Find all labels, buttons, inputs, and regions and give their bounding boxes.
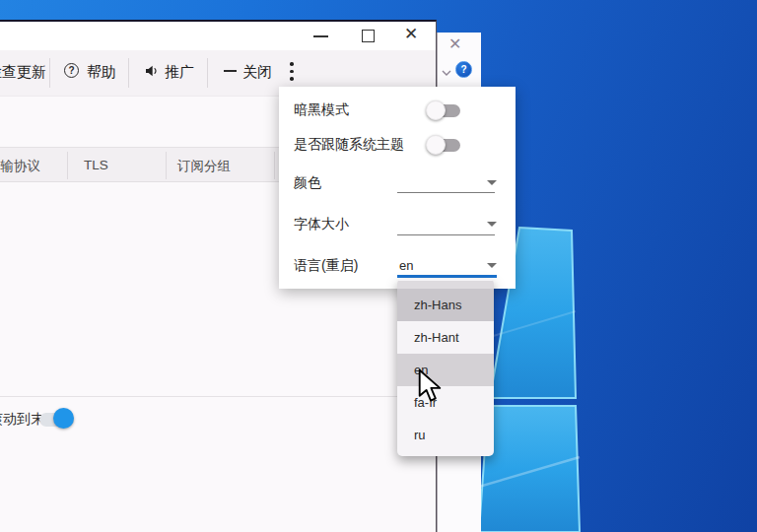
titlebar: ✕ — [0, 22, 436, 50]
dropdown-option-fa-ir[interactable]: fa-Ir — [397, 386, 494, 419]
follow-system-theme-label: 是否跟随系统主题 — [294, 136, 404, 154]
column-subscription-group[interactable]: 订阅分组 — [177, 158, 231, 175]
dark-mode-label: 暗黑模式 — [294, 101, 349, 119]
dropdown-option-zh-hans[interactable]: zh-Hans — [397, 289, 494, 321]
mouse-cursor — [418, 368, 442, 404]
language-dropdown-list: zh-Hans zh-Hant en fa-Ir ru — [397, 279, 494, 456]
toolbar-divider — [49, 58, 50, 88]
check-update-button[interactable]: 检查更新 — [0, 63, 46, 82]
font-size-label: 字体大小 — [294, 216, 349, 233]
maximize-icon[interactable] — [362, 30, 375, 42]
column-tls[interactable]: TLS — [84, 158, 108, 172]
dark-mode-toggle[interactable] — [426, 100, 465, 120]
minimize-icon[interactable] — [313, 35, 328, 37]
language-select-arrow-icon[interactable] — [487, 263, 497, 268]
column-divider — [274, 152, 275, 179]
settings-popup: 暗黑模式 是否跟随系统主题 颜色 字体大小 语言(重启) en — [279, 87, 516, 289]
follow-system-theme-toggle[interactable] — [426, 135, 465, 155]
toolbar-divider — [128, 58, 129, 88]
language-select-focus-underline — [397, 275, 497, 278]
language-select-value[interactable]: en — [399, 258, 413, 273]
dropdown-option-zh-hant[interactable]: zh-Hant — [397, 321, 494, 354]
chevron-down-icon[interactable] — [441, 69, 452, 77]
minus-icon — [224, 70, 237, 72]
dropdown-option-en[interactable]: en — [397, 354, 494, 386]
close-icon[interactable]: ✕ — [404, 24, 418, 44]
font-size-select-underline[interactable] — [397, 234, 495, 235]
help-button[interactable]: 帮助 — [87, 63, 116, 82]
help-badge-icon[interactable]: ? — [455, 61, 472, 78]
color-label: 颜色 — [294, 174, 321, 192]
language-label: 语言(重启) — [294, 257, 358, 275]
close-menu-button[interactable]: 关闭 — [242, 63, 272, 82]
column-divider — [166, 152, 167, 179]
toolbar-divider — [207, 58, 208, 88]
promotion-button[interactable]: 推广 — [165, 63, 194, 82]
dropdown-option-empty[interactable] — [397, 281, 494, 289]
column-divider — [67, 152, 68, 179]
color-select-arrow-icon[interactable] — [487, 180, 497, 185]
column-transport-protocol[interactable]: 传输协议 — [0, 158, 40, 175]
help-circle-icon: ? — [64, 63, 79, 78]
side-close-icon[interactable]: ✕ — [448, 34, 461, 53]
color-select-underline[interactable] — [397, 192, 495, 193]
dropdown-option-ru[interactable]: ru — [397, 419, 494, 451]
more-options-icon[interactable] — [290, 62, 294, 85]
footer-divider — [0, 396, 436, 397]
scroll-to-end-toggle-thumb[interactable] — [53, 408, 74, 429]
font-size-select-arrow-icon[interactable] — [487, 222, 497, 227]
speaker-icon — [144, 63, 160, 79]
